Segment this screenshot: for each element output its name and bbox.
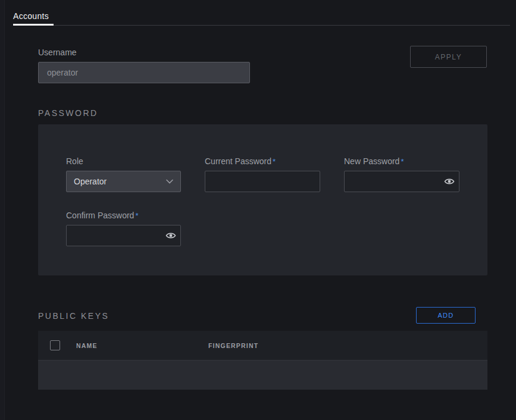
required-marker: * [135,211,138,220]
confirm-password-label: Confirm Password* [66,211,138,220]
password-section-heading: PASSWORD [38,108,98,118]
role-selected-value: Operator [74,177,107,186]
required-marker: * [273,157,276,166]
chevron-down-icon [166,179,173,184]
tab-bar-divider [13,25,510,26]
role-label-text: Role [66,156,83,166]
current-password-field [205,171,320,192]
new-password-label: New Password* [344,156,404,166]
column-header-fingerprint: FINGERPRINT [208,342,258,349]
username-label: Username [38,48,77,57]
public-keys-table-header: NAME FINGERPRINT [38,331,487,361]
required-marker: * [401,157,404,166]
add-public-key-button[interactable]: ADD [416,307,476,324]
role-label: Role [66,156,83,166]
select-all-checkbox[interactable] [50,340,60,350]
sidebar-edge [0,0,5,420]
confirm-password-field [66,225,181,246]
username-input[interactable] [38,62,250,83]
eye-icon[interactable] [161,225,180,246]
public-keys-section-heading: PUBLIC KEYS [38,311,109,321]
current-password-label-text: Current Password [205,156,271,166]
tab-accounts-active-indicator [13,24,54,26]
column-header-name: NAME [76,342,98,349]
eye-icon[interactable] [440,171,459,192]
public-keys-empty-row [38,361,487,390]
new-password-label-text: New Password [344,156,399,166]
current-password-label: Current Password* [205,156,276,166]
public-keys-table: NAME FINGERPRINT [38,331,487,390]
accounts-settings-page: Accounts Username APPLY PASSWORD Role Op… [0,0,516,420]
tab-accounts[interactable]: Accounts [13,11,49,21]
apply-button[interactable]: APPLY [410,46,487,68]
confirm-password-input[interactable] [67,225,161,246]
confirm-password-label-text: Confirm Password [66,211,134,220]
role-select[interactable]: Operator [66,171,181,192]
password-card: Role Operator Current Password* New Pass… [38,124,487,275]
new-password-input[interactable] [345,171,440,192]
current-password-input[interactable] [205,171,320,192]
new-password-field [344,171,459,192]
